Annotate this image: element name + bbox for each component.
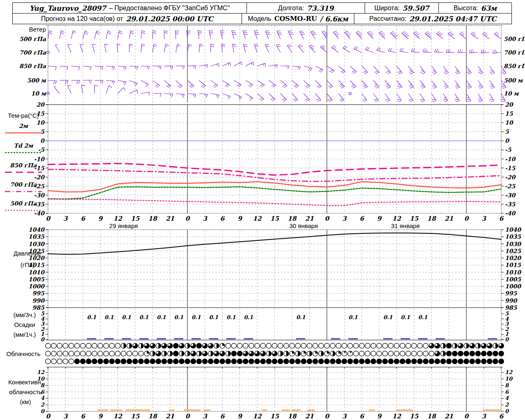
wind-barb-feather xyxy=(322,46,325,48)
wind-level-label-left: 850 гПа xyxy=(19,63,46,69)
hour-label: 0 xyxy=(185,215,190,222)
wind-barb-shaft xyxy=(106,66,115,67)
wind-barb-feather xyxy=(450,33,453,35)
wind-barb-feather xyxy=(393,34,396,36)
hour-label: 3 xyxy=(342,215,347,222)
wind-barb-feather xyxy=(439,34,443,36)
wind-barb-shaft xyxy=(141,80,149,84)
cloud-cover-symbol xyxy=(75,343,80,348)
wind-barb-half-feather xyxy=(153,46,155,47)
hour-label-bottom: 0 xyxy=(325,413,330,420)
date-label: 31 января xyxy=(391,222,420,229)
wind-barb-shaft xyxy=(342,48,350,53)
wind-barb-feather xyxy=(272,99,275,101)
wind-barb-half-feather xyxy=(348,36,350,37)
wind-barb-shaft xyxy=(493,52,501,53)
wind-barb-feather xyxy=(220,31,224,31)
hour-label-bottom: 12 xyxy=(253,413,262,420)
wind-barb-feather xyxy=(316,98,320,100)
wind-barb-feather xyxy=(277,46,281,47)
pressure-panel-title: Давление xyxy=(14,250,41,257)
cloud-cover-fill xyxy=(249,359,254,364)
wind-barb-feather xyxy=(406,35,409,37)
wind-barb-shaft xyxy=(176,44,178,52)
wind-barb-half-feather xyxy=(363,84,365,85)
hour-label-bottom: 0 xyxy=(185,413,190,420)
wind-barb-shaft xyxy=(187,80,194,86)
wind-barb-feather xyxy=(436,49,438,52)
wind-barb-feather xyxy=(491,73,495,74)
wind-barb-feather xyxy=(225,84,228,87)
station-name: Yug_Taurovo_28097 xyxy=(30,4,106,12)
wind-barb-shaft xyxy=(327,66,334,71)
cloud-cover-fill xyxy=(382,359,387,364)
wind-level-label-right: 850 гПа xyxy=(504,63,525,69)
wind-barb-feather xyxy=(271,84,274,86)
cloud-cover-symbol xyxy=(411,343,416,348)
wind-barb-half-feather xyxy=(182,94,183,96)
cloud-cover-symbol xyxy=(342,343,347,348)
wind-barb-feather xyxy=(201,84,205,87)
wind-barb-half-feather xyxy=(479,70,481,71)
wind-barb-feather xyxy=(232,32,236,33)
temp-panel-title: Тем-ра(°C) xyxy=(8,112,39,119)
wind-barb-feather xyxy=(68,85,71,86)
wind-barb-feather xyxy=(347,34,350,35)
wind-barb-feather xyxy=(232,31,235,31)
cloud-cover-fill xyxy=(394,359,399,364)
wind-barb-feather xyxy=(96,32,99,34)
cloud-cover-fill xyxy=(342,359,347,364)
hour-label-bottom: 18 xyxy=(288,413,297,420)
wind-barb-feather xyxy=(329,85,332,87)
pressure-tick-left: 1040 xyxy=(28,226,45,233)
cloud-cover-symbol xyxy=(301,343,306,348)
wind-barb-feather xyxy=(276,44,280,45)
precip-amount-label: 0.1 xyxy=(122,314,131,320)
wind-barb-feather xyxy=(388,48,390,51)
wind-barb-shaft xyxy=(164,94,173,94)
cloud-cover-symbol xyxy=(132,351,137,356)
cloud-cover-symbol xyxy=(319,343,324,348)
wind-barb-shaft xyxy=(304,80,310,86)
wind-barb-half-feather xyxy=(456,70,458,71)
wind-barb-feather xyxy=(53,81,55,84)
pressure-tick-left: 990 xyxy=(32,297,45,304)
wind-barb-feather xyxy=(342,46,345,48)
wind-barb-feather xyxy=(502,87,506,88)
cloud-cover-fill xyxy=(231,359,236,364)
wind-barb-feather xyxy=(330,87,333,88)
wind-barb-shaft xyxy=(222,62,230,66)
wind-barb-shaft xyxy=(292,94,298,100)
wind-barb-half-feather xyxy=(360,36,362,37)
cloud-cover-symbol xyxy=(388,343,393,348)
wind-barb-shaft xyxy=(350,66,357,72)
temp-tick-left: 20 xyxy=(37,101,45,108)
wind-barb-shaft xyxy=(246,62,253,66)
cloud-cover-fill xyxy=(324,359,329,364)
wind-barb-feather xyxy=(398,100,402,101)
wind-barb-feather xyxy=(221,44,225,45)
wind-barb-feather xyxy=(502,72,505,73)
wind-barb-feather xyxy=(444,101,448,102)
cloud-cover-fill xyxy=(220,359,225,364)
wind-barb-half-feather xyxy=(170,94,171,96)
wind-barb-feather xyxy=(278,34,282,34)
cloud-cover-symbol xyxy=(98,351,103,356)
forecast-time: 29.01.2025 00:00 UTC xyxy=(126,15,213,23)
station-cell: Yug_Taurovo_28097 – Предоставлено ФГБУ "… xyxy=(13,3,247,13)
wind-barb-half-feather xyxy=(371,36,373,37)
wind-barb-shaft xyxy=(106,30,108,39)
cloud-cover-symbol xyxy=(377,343,381,348)
wind-barb-shaft xyxy=(281,66,289,66)
cloud-cover-symbol xyxy=(121,351,126,356)
wind-barb-shaft xyxy=(254,44,257,52)
wind-barb-half-feather xyxy=(100,80,101,82)
cloud-cover-symbol xyxy=(231,343,236,348)
calm-wind-icon xyxy=(349,92,352,95)
model-name: COSMO-RU xyxy=(274,15,317,23)
wind-barb-feather xyxy=(157,85,160,87)
cloud-cover-symbol xyxy=(51,359,56,364)
wind-barb-shaft xyxy=(315,66,323,70)
wind-barb-feather xyxy=(178,85,181,87)
wind-barb-feather xyxy=(200,44,203,46)
